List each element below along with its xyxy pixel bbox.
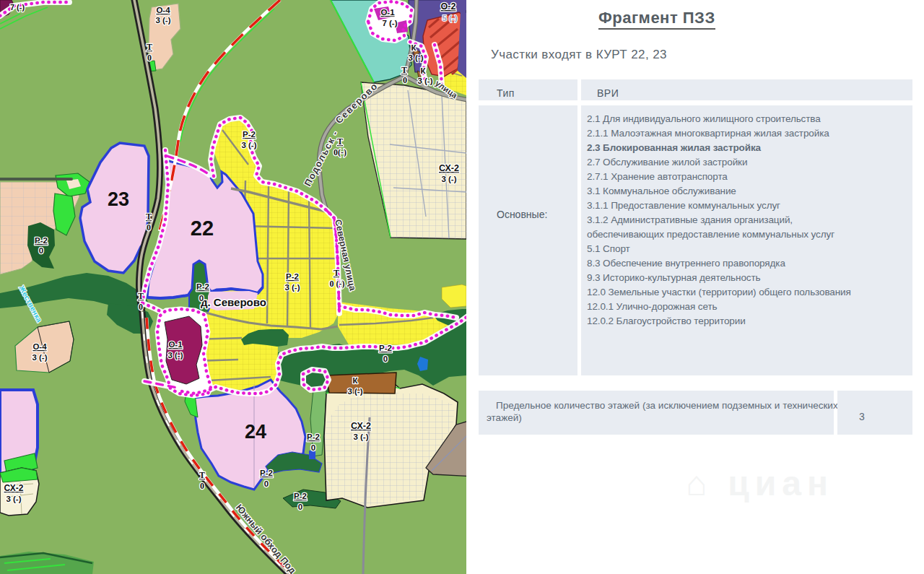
svg-text:3 (-): 3 (-) (408, 53, 423, 62)
svg-text:Р-2: Р-2 (307, 432, 320, 441)
svg-text:Р-2: Р-2 (286, 272, 299, 281)
svg-text:Т: Т (146, 212, 152, 222)
svg-text:Р-2: Р-2 (243, 130, 256, 139)
svg-text:7 (-): 7 (-) (10, 3, 25, 12)
svg-text:3 (-): 3 (-) (417, 77, 432, 85)
svg-text:0(-): 0(-) (334, 147, 346, 157)
svg-text:0: 0 (39, 246, 43, 255)
svg-text:СХ-2: СХ-2 (4, 483, 24, 493)
svg-text:3 (-): 3 (-) (441, 175, 456, 183)
svg-text:3 (-): 3 (-) (284, 283, 300, 292)
svg-text:Т: Т (401, 65, 407, 75)
svg-text:Т: Т (147, 42, 152, 52)
svg-text:О-4: О-4 (32, 342, 47, 351)
svg-text:Р-2: Р-2 (294, 492, 307, 500)
svg-text:О-1: О-1 (168, 340, 183, 349)
svg-text:3 (-): 3 (-) (6, 495, 21, 503)
svg-text:0: 0 (403, 75, 407, 85)
svg-text:0: 0 (264, 479, 269, 488)
svg-text:Т: Т (138, 291, 144, 301)
svg-text:Р-2: Р-2 (35, 236, 48, 245)
svg-text:СХ-2: СХ-2 (439, 163, 459, 173)
svg-text:3 (-): 3 (-) (353, 432, 368, 441)
svg-text:3 (-): 3 (-) (32, 353, 47, 362)
svg-text:0: 0 (199, 294, 204, 303)
svg-text:3 (-): 3 (-) (347, 387, 362, 396)
svg-text:Т: Т (334, 268, 339, 278)
svg-text:0: 0 (147, 53, 152, 63)
svg-text:Р-2: Р-2 (260, 469, 273, 477)
svg-text:д. Северово: д. Северово (201, 296, 266, 308)
svg-text:3 (-): 3 (-) (155, 16, 170, 25)
svg-text:22: 22 (191, 217, 214, 240)
svg-text:3 (-): 3 (-) (241, 141, 256, 149)
svg-text:0: 0 (147, 222, 151, 232)
svg-text:К: К (411, 43, 417, 52)
svg-text:5 (-): 5 (-) (442, 14, 457, 22)
svg-text:0: 0 (200, 481, 204, 491)
svg-text:24: 24 (245, 421, 266, 443)
svg-text:7 (-): 7 (-) (382, 19, 397, 27)
svg-text:0: 0 (139, 302, 143, 312)
svg-text:Р-2: Р-2 (379, 344, 392, 352)
svg-text:К: К (420, 66, 426, 75)
svg-text:0: 0 (298, 503, 302, 511)
svg-text:Р-2: Р-2 (196, 282, 209, 291)
svg-text:О-1: О-1 (380, 8, 395, 17)
svg-text:СХ-2: СХ-2 (351, 421, 371, 431)
svg-text:3 (-): 3 (-) (167, 351, 183, 360)
svg-text:0: 0 (383, 355, 388, 363)
svg-text:Т: Т (199, 470, 205, 480)
svg-text:О-4: О-4 (156, 6, 170, 14)
svg-text:0: 0 (311, 443, 315, 452)
svg-text:К: К (352, 376, 358, 385)
svg-text:0 (-): 0 (-) (330, 279, 345, 289)
svg-text:О-2: О-2 (441, 1, 456, 12)
svg-text:23: 23 (108, 188, 129, 210)
